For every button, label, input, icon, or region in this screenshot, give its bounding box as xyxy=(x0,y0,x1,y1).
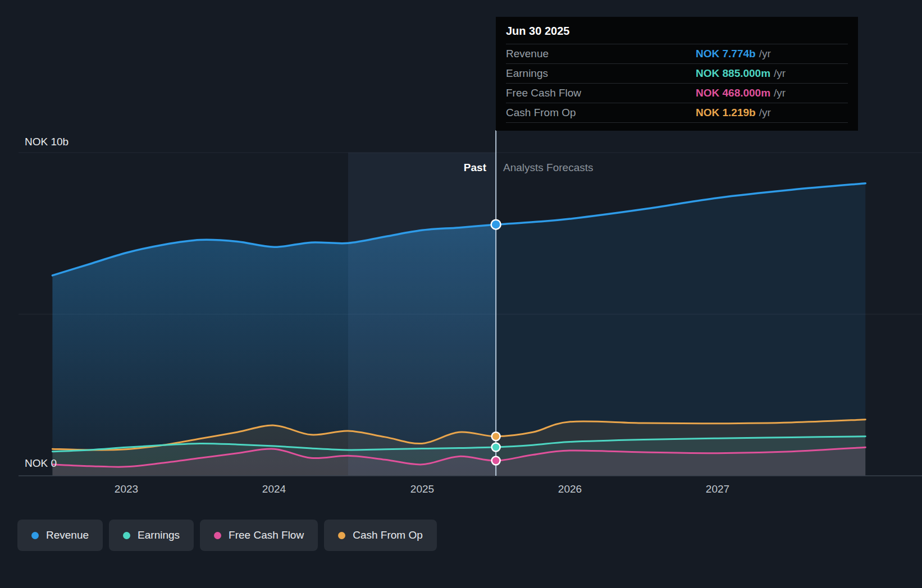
legend-label: Cash From Op xyxy=(353,529,423,541)
analysts-forecasts-label: Analysts Forecasts xyxy=(503,162,594,174)
x-tick-2026: 2026 xyxy=(558,483,582,495)
legend-label: Free Cash Flow xyxy=(229,529,304,541)
tooltip-value: NOK 885.000m xyxy=(696,67,770,80)
tooltip-row-free-cash-flow: Free Cash Flow NOK 468.000m /yr xyxy=(506,83,848,103)
tooltip-value: NOK 1.219b xyxy=(696,107,756,119)
legend-item-earnings[interactable]: Earnings xyxy=(109,520,194,551)
tooltip-label: Free Cash Flow xyxy=(506,87,696,99)
tooltip: Jun 30 2025 Revenue NOK 7.774b /yr Earni… xyxy=(496,17,858,131)
revenue-dot-icon xyxy=(31,532,39,539)
legend: Revenue Earnings Free Cash Flow Cash Fro… xyxy=(17,520,437,551)
y-axis-label-top: NOK 10b xyxy=(25,136,69,148)
legend-label: Earnings xyxy=(138,529,180,541)
tooltip-label: Earnings xyxy=(506,67,696,80)
legend-item-free-cash-flow[interactable]: Free Cash Flow xyxy=(200,520,318,551)
tooltip-label: Cash From Op xyxy=(506,107,696,119)
chart-root: NOK 10b NOK 0 2023 2024 2025 2026 2027 P… xyxy=(0,0,922,588)
tooltip-row-cash-from-op: Cash From Op NOK 1.219b /yr xyxy=(506,103,848,123)
x-tick-2027: 2027 xyxy=(706,483,729,495)
tooltip-value: NOK 7.774b xyxy=(696,48,756,60)
legend-label: Revenue xyxy=(46,529,89,541)
cash-from-op-dot-icon xyxy=(338,532,345,539)
tooltip-unit: /yr xyxy=(774,67,786,80)
tooltip-unit: /yr xyxy=(759,107,771,119)
tooltip-value: NOK 468.000m xyxy=(696,87,770,99)
x-tick-2025: 2025 xyxy=(410,483,434,495)
legend-item-cash-from-op[interactable]: Cash From Op xyxy=(324,520,437,551)
tooltip-row-revenue: Revenue NOK 7.774b /yr xyxy=(506,44,848,63)
tooltip-unit: /yr xyxy=(774,87,786,99)
free-cash-flow-dot-icon xyxy=(214,532,221,539)
y-axis-label-bottom: NOK 0 xyxy=(25,457,57,470)
x-tick-2023: 2023 xyxy=(115,483,138,495)
tooltip-date: Jun 30 2025 xyxy=(506,17,848,44)
tooltip-row-earnings: Earnings NOK 885.000m /yr xyxy=(506,63,848,83)
earnings-dot-icon xyxy=(123,532,130,539)
past-label: Past xyxy=(393,162,486,174)
x-tick-2024: 2024 xyxy=(262,483,286,495)
tooltip-label: Revenue xyxy=(506,48,696,60)
tooltip-unit: /yr xyxy=(759,48,771,60)
legend-item-revenue[interactable]: Revenue xyxy=(17,520,103,551)
